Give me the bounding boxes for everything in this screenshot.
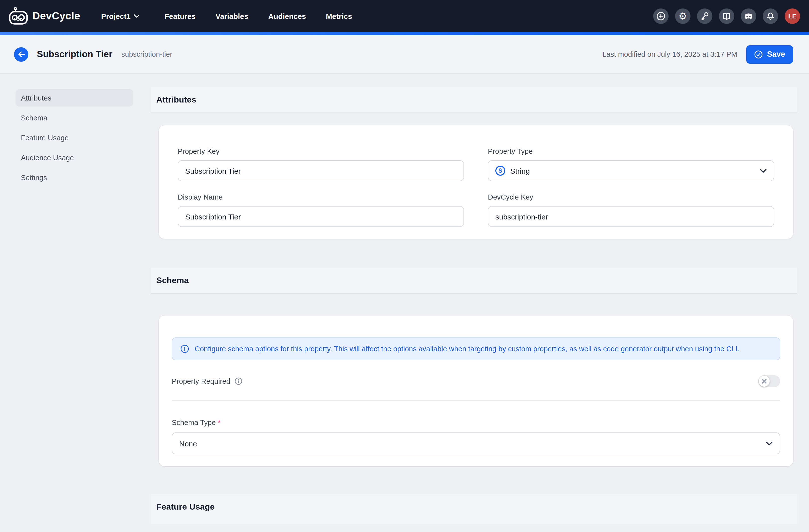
bell-icon bbox=[766, 11, 775, 21]
property-key-input[interactable] bbox=[178, 160, 464, 181]
notifications-button[interactable] bbox=[763, 8, 778, 24]
chevron-down-icon bbox=[134, 14, 140, 18]
primary-nav: Project1 Features Variables Audiences Me… bbox=[96, 8, 352, 24]
api-keys-button[interactable] bbox=[697, 8, 712, 24]
info-icon bbox=[180, 344, 189, 353]
schema-card: Configure schema options for this proper… bbox=[159, 316, 793, 466]
back-button[interactable] bbox=[14, 47, 28, 61]
schema-type-select[interactable]: None bbox=[172, 432, 780, 454]
required-asterisk: * bbox=[218, 419, 221, 426]
property-type-label: Property Type bbox=[488, 147, 774, 155]
string-type-icon: S bbox=[495, 166, 505, 176]
property-type-value: String bbox=[510, 166, 530, 175]
discord-icon bbox=[744, 11, 753, 21]
create-new-button[interactable] bbox=[653, 8, 669, 24]
sidebar-item-schema[interactable]: Schema bbox=[15, 109, 134, 126]
devcycle-key-field-group: DevCycle Key bbox=[488, 193, 774, 227]
devcycle-robot-icon bbox=[9, 7, 28, 25]
devcycle-key-input[interactable] bbox=[488, 206, 774, 227]
devcycle-logo[interactable]: DevCycle bbox=[9, 7, 80, 25]
nav-item-metrics[interactable]: Metrics bbox=[326, 8, 352, 24]
top-navbar: DevCycle Project1 Features Variables Aud… bbox=[0, 0, 809, 32]
settings-button[interactable]: ⚙ bbox=[675, 8, 690, 24]
devcycle-key-label: DevCycle Key bbox=[488, 193, 774, 201]
schema-section-header: Schema bbox=[151, 268, 797, 294]
sidebar-item-feature-usage[interactable]: Feature Usage bbox=[15, 129, 134, 146]
schema-type-value: None bbox=[179, 439, 197, 448]
property-type-select[interactable]: S String bbox=[488, 160, 774, 181]
save-button[interactable]: Save bbox=[746, 45, 793, 64]
chevron-down-icon bbox=[766, 441, 773, 446]
last-modified-text: Last modified on July 16, 2025 at 3:17 P… bbox=[602, 50, 737, 58]
nav-item-variables[interactable]: Variables bbox=[216, 8, 248, 24]
feature-usage-section-header: Feature Usage bbox=[151, 494, 797, 524]
sidebar-item-settings[interactable]: Settings bbox=[15, 169, 134, 186]
info-icon[interactable] bbox=[234, 377, 242, 385]
attributes-heading: Attributes bbox=[156, 95, 797, 105]
attributes-section-header: Attributes bbox=[151, 87, 797, 113]
feature-usage-heading: Feature Usage bbox=[156, 502, 797, 512]
save-button-label: Save bbox=[767, 50, 785, 59]
schema-info-banner: Configure schema options for this proper… bbox=[172, 337, 780, 360]
plus-circle-icon bbox=[656, 11, 666, 21]
property-required-label: Property Required bbox=[172, 377, 230, 385]
chevron-down-icon bbox=[760, 169, 767, 173]
gear-icon: ⚙ bbox=[678, 11, 687, 21]
property-key-label: Property Key bbox=[178, 147, 464, 155]
property-required-toggle[interactable] bbox=[758, 375, 780, 387]
sidebar-item-attributes[interactable]: Attributes bbox=[15, 89, 134, 106]
page-title: Subscription Tier bbox=[37, 49, 113, 60]
nav-item-audiences[interactable]: Audiences bbox=[268, 8, 306, 24]
property-required-row: Property Required bbox=[172, 375, 780, 387]
attributes-card: Property Key Property Type S String bbox=[159, 125, 793, 239]
check-circle-icon bbox=[754, 50, 763, 58]
accent-bar bbox=[0, 32, 809, 35]
key-icon bbox=[700, 11, 709, 21]
schema-type-label: Schema Type bbox=[172, 419, 216, 426]
schema-heading: Schema bbox=[156, 276, 797, 286]
property-type-field-group: Property Type S String bbox=[488, 147, 774, 181]
page-header: Subscription Tier subscription-tier Last… bbox=[0, 35, 809, 74]
user-avatar[interactable]: LE bbox=[785, 8, 800, 24]
documentation-button[interactable] bbox=[719, 8, 734, 24]
main-content: Attributes Property Key Property Type S … bbox=[151, 87, 797, 524]
navbar-actions: ⚙ bbox=[653, 8, 800, 24]
project-selector-label: Project1 bbox=[101, 12, 131, 20]
nav-item-features[interactable]: Features bbox=[165, 8, 196, 24]
project-selector[interactable]: Project1 bbox=[96, 8, 144, 24]
brand-wordmark: DevCycle bbox=[32, 10, 80, 22]
display-name-input[interactable] bbox=[178, 206, 464, 227]
display-name-field-group: Display Name bbox=[178, 193, 464, 227]
discord-button[interactable] bbox=[741, 8, 756, 24]
docs-book-icon bbox=[722, 11, 731, 21]
property-key-field-group: Property Key bbox=[178, 147, 464, 181]
display-name-label: Display Name bbox=[178, 193, 464, 201]
schema-info-text: Configure schema options for this proper… bbox=[195, 345, 740, 353]
property-key-slug: subscription-tier bbox=[121, 50, 172, 58]
arrow-left-icon bbox=[17, 51, 25, 58]
section-sidebar: Attributes Schema Feature Usage Audience… bbox=[15, 87, 134, 524]
toggle-knob bbox=[759, 376, 770, 387]
sidebar-item-audience-usage[interactable]: Audience Usage bbox=[15, 149, 134, 166]
divider bbox=[172, 400, 780, 401]
